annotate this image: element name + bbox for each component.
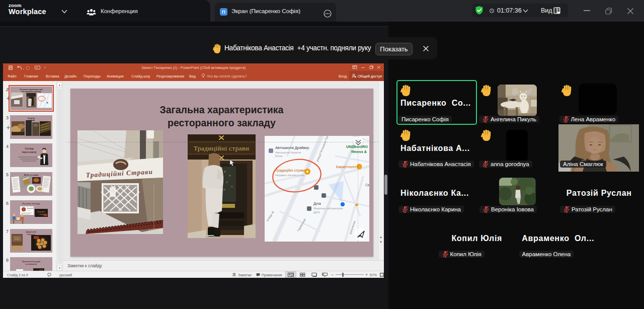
svg-text:спеціацние: спеціацние	[25, 263, 37, 265]
svg-text:Меню та страви: Меню та страви	[24, 174, 38, 176]
svg-text:страви: страви	[39, 213, 44, 215]
svg-text:ДІПА: ДІПА	[313, 211, 320, 214]
svg-text:Діла: Діла	[313, 201, 321, 206]
svg-text:fitness &: fitness &	[351, 149, 367, 154]
svg-text:спеціальні: спеціальні	[15, 237, 20, 238]
svg-text:Банкетхолл: Банкетхолл	[336, 165, 356, 169]
svg-text:Традиційні страви: Традиційні страви	[194, 144, 250, 152]
svg-text:пропозиції: пропозиції	[15, 239, 20, 240]
svg-text:страви: страви	[27, 210, 31, 211]
svg-text:Реклама закладу: Реклама закладу	[22, 202, 40, 205]
svg-text:Традиційні: Традиційні	[27, 207, 34, 209]
svg-text:персоналу: персоналу	[22, 150, 37, 153]
svg-text:Медична лаборатория: Медична лаборатория	[313, 207, 343, 210]
svg-text:🍴: 🍴	[358, 165, 362, 169]
svg-text:Driver: Driver	[275, 154, 283, 158]
svg-text:Автошкола Драйвер: Автошкола Драйвер	[275, 145, 309, 150]
svg-text:Склад: Склад	[25, 147, 34, 150]
svg-text:Св: Св	[365, 183, 369, 187]
svg-text:Недавно просмотрено: Недавно просмотрено	[275, 174, 304, 177]
svg-text:Автошкола Чернігів: Автошкола Чернігів	[275, 151, 301, 154]
svg-text:ресторанного закладу: ресторанного закладу	[21, 91, 41, 93]
svg-text:Традиційні: Традиційні	[37, 211, 46, 213]
svg-text:Традиційні страви: Традиційні страви	[275, 168, 305, 173]
